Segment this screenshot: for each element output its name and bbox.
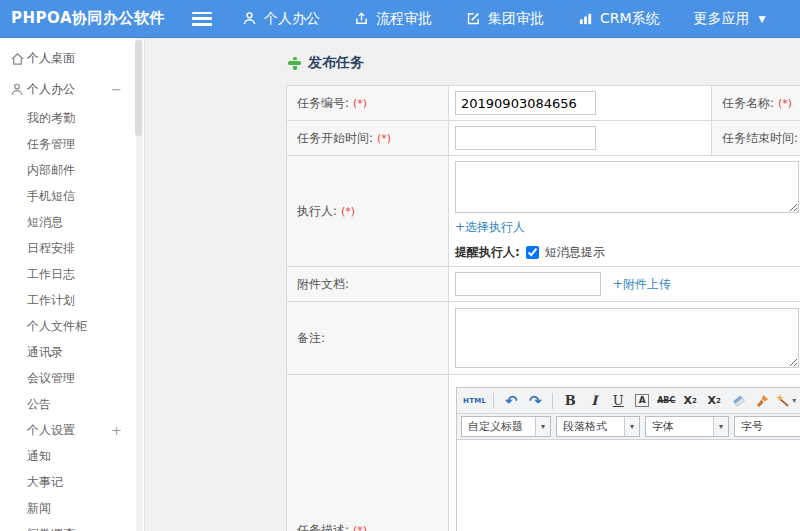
remind-executor-label: 提醒执行人: bbox=[455, 244, 520, 261]
sidebar-item-survey[interactable]: 问卷调查 bbox=[0, 521, 144, 531]
italic-button[interactable]: I bbox=[583, 390, 605, 411]
task-name-label: 任务名称:(*) bbox=[712, 86, 800, 121]
sidebar-item-personal-office[interactable]: 个人办公 − bbox=[0, 74, 144, 105]
nav-more-apps[interactable]: 更多应用 ▼ bbox=[694, 10, 766, 28]
sidebar-item-meeting[interactable]: 会议管理 bbox=[0, 365, 144, 391]
nav-process-approval[interactable]: 流程审批 bbox=[354, 10, 432, 28]
home-icon bbox=[10, 51, 25, 66]
app-logo: PHPOA协同办公软件 bbox=[0, 9, 178, 28]
sidebar-item-contacts[interactable]: 通讯录 bbox=[0, 339, 144, 365]
font-size-select[interactable]: 字号▾ bbox=[734, 416, 800, 437]
group-approval-icon bbox=[466, 11, 481, 26]
sms-remind-checkbox[interactable] bbox=[526, 246, 539, 259]
sidebar-item-personal-desktop[interactable]: 个人桌面 bbox=[0, 43, 144, 74]
crm-chart-icon bbox=[578, 11, 593, 26]
sidebar-item-short-message[interactable]: 短消息 bbox=[0, 209, 144, 235]
sidebar-item-personal-settings[interactable]: 个人设置 + bbox=[0, 417, 144, 443]
strikethrough-button[interactable]: ABC bbox=[655, 390, 677, 411]
sidebar-item-work-plan[interactable]: 工作计划 bbox=[0, 287, 144, 313]
end-time-label: 任务结束时间:(*) bbox=[712, 121, 800, 156]
task-description-label: 任务描述:(*) bbox=[287, 375, 449, 531]
bold-button[interactable]: B bbox=[559, 390, 581, 411]
person-icon bbox=[242, 11, 257, 26]
sidebar-item-task-management[interactable]: 任务管理 bbox=[0, 131, 144, 157]
html-source-button[interactable]: HTML bbox=[462, 390, 487, 411]
sidebar-item-notice[interactable]: 通知 bbox=[0, 443, 144, 469]
custom-heading-select[interactable]: 自定义标题▾ bbox=[461, 416, 551, 437]
sidebar-item-internal-mail[interactable]: 内部邮件 bbox=[0, 157, 144, 183]
magic-wand-icon[interactable]: ▾ bbox=[775, 390, 797, 411]
remark-textarea[interactable] bbox=[455, 308, 799, 368]
publish-task-form: 任务编号:(*) 任务名称:(*) 任务开始时间:(*) 任务结束时间:(*) … bbox=[286, 85, 800, 531]
editor-toolbar-row2: 自定义标题▾ 段落格式▾ 字体▾ 字号▾ bbox=[457, 414, 800, 440]
subscript-button[interactable]: X2 bbox=[703, 390, 725, 411]
task-no-input[interactable] bbox=[455, 91, 596, 115]
person-icon bbox=[10, 82, 25, 97]
top-navigation: 个人办公 流程审批 集团审批 CRM系统 更多应用 ▼ bbox=[242, 10, 800, 28]
sidebar-item-work-log[interactable]: 工作日志 bbox=[0, 261, 144, 287]
expand-icon[interactable]: + bbox=[111, 423, 122, 438]
main-content: 发布任务 任务编号:(*) 任务名称:(*) 任务开始时间:(*) 任务结束时间… bbox=[146, 39, 800, 531]
nav-group-approval[interactable]: 集团审批 bbox=[466, 10, 544, 28]
attachment-label: 附件文档: bbox=[287, 267, 449, 302]
attachment-upload-link[interactable]: +附件上传 bbox=[613, 277, 671, 291]
rich-text-editor: HTML ↶ ↷ B I U A ABC X2 X2 bbox=[456, 387, 800, 531]
attachment-input[interactable] bbox=[455, 272, 601, 296]
sidebar-scrollbar[interactable] bbox=[136, 38, 143, 531]
caret-down-icon: ▾ bbox=[535, 417, 550, 436]
remark-label: 备注: bbox=[287, 302, 449, 375]
editor-toolbar-row1: HTML ↶ ↷ B I U A ABC X2 X2 bbox=[457, 388, 800, 414]
sidebar-item-announcement[interactable]: 公告 bbox=[0, 391, 144, 417]
task-no-label: 任务编号:(*) bbox=[287, 86, 449, 121]
sidebar-item-sms[interactable]: 手机短信 bbox=[0, 183, 144, 209]
start-time-input[interactable] bbox=[455, 126, 596, 150]
app-header: PHPOA协同办公软件 个人办公 流程审批 集团审批 CRM系统 bbox=[0, 0, 800, 38]
undo-icon[interactable]: ↶ bbox=[500, 390, 522, 411]
sms-remind-label: 短消息提示 bbox=[545, 244, 605, 261]
sidebar-item-events[interactable]: 大事记 bbox=[0, 469, 144, 495]
superscript-button[interactable]: X2 bbox=[679, 390, 701, 411]
redo-icon[interactable]: ↷ bbox=[524, 390, 546, 411]
highlight-button[interactable]: A bbox=[631, 390, 653, 411]
executor-label: 执行人:(*) bbox=[287, 156, 449, 267]
start-time-label: 任务开始时间:(*) bbox=[287, 121, 449, 156]
process-approval-icon bbox=[354, 11, 369, 26]
plus-icon bbox=[288, 57, 301, 70]
sidebar-item-schedule[interactable]: 日程安排 bbox=[0, 235, 144, 261]
select-executor-link[interactable]: +选择执行人 bbox=[455, 220, 525, 234]
caret-down-icon: ▼ bbox=[759, 14, 766, 24]
sidebar-item-news[interactable]: 新闻 bbox=[0, 495, 144, 521]
font-family-select[interactable]: 字体▾ bbox=[645, 416, 729, 437]
format-brush-icon[interactable] bbox=[751, 390, 773, 411]
sidebar: 个人桌面 个人办公 − 我的考勤 任务管理 内部邮件 手机短信 短消息 日程安排… bbox=[0, 38, 145, 531]
caret-down-icon: ▾ bbox=[713, 417, 728, 436]
menu-toggle-icon[interactable] bbox=[192, 12, 212, 26]
executor-textarea[interactable] bbox=[455, 161, 799, 213]
paragraph-format-select[interactable]: 段落格式▾ bbox=[556, 416, 640, 437]
caret-down-icon: ▾ bbox=[624, 417, 639, 436]
eraser-icon[interactable] bbox=[727, 390, 749, 411]
sidebar-item-attendance[interactable]: 我的考勤 bbox=[0, 105, 144, 131]
page-title: 发布任务 bbox=[288, 54, 364, 72]
caret-down-icon: ▾ bbox=[792, 396, 796, 405]
editor-content-area[interactable] bbox=[457, 440, 800, 531]
sidebar-item-file-cabinet[interactable]: 个人文件柜 bbox=[0, 313, 144, 339]
underline-button[interactable]: U bbox=[607, 390, 629, 411]
collapse-icon[interactable]: − bbox=[111, 82, 122, 97]
nav-personal-office[interactable]: 个人办公 bbox=[242, 10, 320, 28]
nav-crm[interactable]: CRM系统 bbox=[578, 10, 660, 28]
